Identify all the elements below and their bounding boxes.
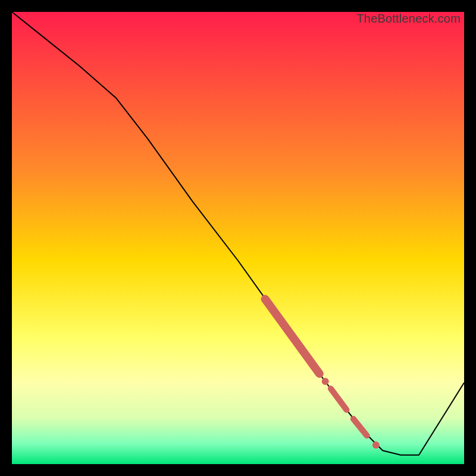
highlight-point bbox=[372, 441, 380, 449]
thick-segment bbox=[265, 299, 320, 374]
chart-svg bbox=[12, 12, 464, 464]
mid-dash-1 bbox=[331, 389, 347, 410]
bottleneck-curve bbox=[12, 12, 464, 455]
plot-area: TheBottleneck.com bbox=[12, 12, 464, 464]
chart-frame: TheBottleneck.com bbox=[12, 12, 464, 464]
mid-dash-2 bbox=[353, 419, 367, 436]
highlight-layer bbox=[265, 299, 367, 436]
curve-layer bbox=[12, 12, 464, 455]
highlight-point bbox=[322, 378, 329, 385]
